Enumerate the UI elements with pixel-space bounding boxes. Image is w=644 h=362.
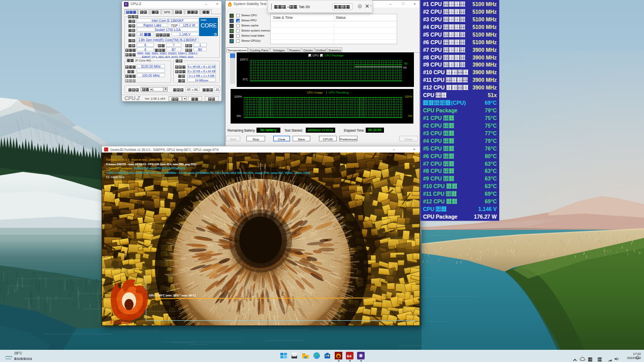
svg-text:64: 64 bbox=[347, 354, 351, 358]
svg-text:F1: toggle help: F1: toggle help bbox=[106, 175, 124, 178]
svg-text:> GPU 1 NVIDIA GeForce RTX 407: > GPU 1 NVIDIA GeForce RTX 4070 Ti - cor… bbox=[106, 171, 310, 174]
svg-text:FurMark: FurMark bbox=[110, 319, 133, 325]
svg-text:> OpenGL renderer: NVIDIA GeF: > OpenGL renderer: NVIDIA GeForce RTX 40… bbox=[106, 167, 185, 170]
svg-text:Frames:348155 - time:00:10:13: Frames:348155 - time:00:10:13 - FPS:536 … bbox=[106, 163, 197, 166]
svg-text:GPU 1: 66°C (min: 36°C - max:: GPU 1: 66°C (min: 36°C - max: 68°C) bbox=[149, 294, 196, 297]
svg-text:FurMark v1.35.0.0 - Burn-in te: FurMark v1.35.0.0 - Burn-in test, 1280x7… bbox=[106, 158, 176, 161]
